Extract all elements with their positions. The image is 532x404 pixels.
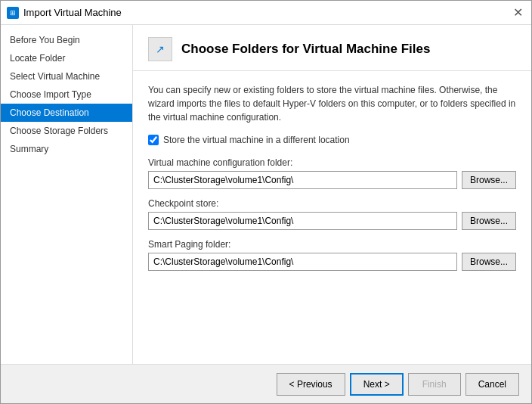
title-bar-left: ⊞ Import Virtual Machine: [7, 7, 122, 19]
sidebar: Before You Begin Locate Folder Select Vi…: [1, 25, 133, 364]
next-button[interactable]: Next >: [350, 373, 404, 396]
sidebar-item-summary[interactable]: Summary: [1, 140, 132, 158]
smart-paging-folder-browse-button[interactable]: Browse...: [462, 253, 516, 271]
sidebar-item-choose-destination[interactable]: Choose Destination: [1, 104, 132, 122]
previous-button[interactable]: < Previous: [277, 373, 345, 396]
sidebar-item-locate-folder[interactable]: Locate Folder: [1, 49, 132, 67]
close-button[interactable]: ✕: [510, 5, 525, 20]
main-panel: ↗ Choose Folders for Virtual Machine Fil…: [133, 25, 531, 364]
window-icon: ⊞: [7, 7, 19, 19]
page-header: ↗ Choose Folders for Virtual Machine Fil…: [133, 25, 531, 71]
title-bar: ⊞ Import Virtual Machine ✕: [1, 1, 531, 25]
cancel-button[interactable]: Cancel: [466, 373, 519, 396]
checkpoint-store-group: Checkpoint store: Browse...: [148, 198, 516, 230]
content-area: Before You Begin Locate Folder Select Vi…: [1, 25, 531, 364]
smart-paging-folder-row: Browse...: [148, 253, 516, 271]
window-title: Import Virtual Machine: [23, 7, 122, 18]
store-different-location-checkbox[interactable]: [148, 135, 159, 145]
sidebar-item-before-you-begin[interactable]: Before You Begin: [1, 31, 132, 49]
checkpoint-store-row: Browse...: [148, 212, 516, 230]
vm-config-folder-browse-button[interactable]: Browse...: [462, 171, 516, 189]
import-vm-window: ⊞ Import Virtual Machine ✕ Before You Be…: [0, 0, 532, 404]
page-title: Choose Folders for Virtual Machine Files: [181, 42, 430, 57]
store-different-location-row: Store the virtual machine in a different…: [148, 135, 516, 145]
page-description: You can specify new or existing folders …: [148, 83, 516, 124]
sidebar-item-choose-storage-folders[interactable]: Choose Storage Folders: [1, 122, 132, 140]
checkpoint-store-browse-button[interactable]: Browse...: [462, 212, 516, 230]
footer: < Previous Next > Finish Cancel: [1, 364, 531, 403]
checkpoint-store-label: Checkpoint store:: [148, 198, 516, 209]
page-body: You can specify new or existing folders …: [133, 71, 531, 364]
page-header-icon: ↗: [148, 37, 172, 61]
smart-paging-folder-input[interactable]: [148, 253, 457, 271]
vm-config-folder-input[interactable]: [148, 171, 457, 189]
vm-config-folder-row: Browse...: [148, 171, 516, 189]
vm-config-folder-group: Virtual machine configuration folder: Br…: [148, 157, 516, 189]
sidebar-item-select-virtual-machine[interactable]: Select Virtual Machine: [1, 67, 132, 85]
checkpoint-store-input[interactable]: [148, 212, 457, 230]
vm-config-folder-label: Virtual machine configuration folder:: [148, 157, 516, 168]
finish-button[interactable]: Finish: [408, 373, 461, 396]
smart-paging-folder-group: Smart Paging folder: Browse...: [148, 239, 516, 271]
smart-paging-folder-label: Smart Paging folder:: [148, 239, 516, 250]
store-different-location-label[interactable]: Store the virtual machine in a different…: [163, 135, 350, 145]
sidebar-item-choose-import-type[interactable]: Choose Import Type: [1, 85, 132, 104]
